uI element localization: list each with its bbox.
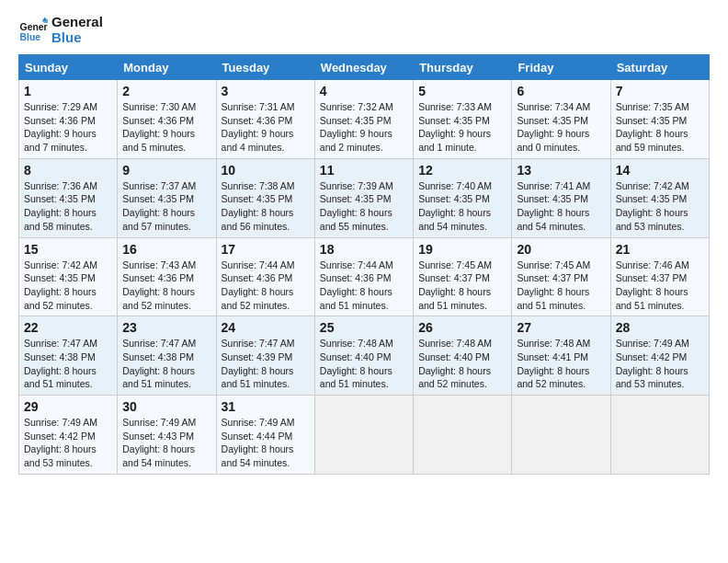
day-cell: 31 Sunrise: 7:49 AMSunset: 4:44 PMDaylig… <box>216 396 314 475</box>
day-info: Sunrise: 7:31 AMSunset: 4:36 PMDaylight:… <box>222 100 310 155</box>
day-cell: 3 Sunrise: 7:31 AMSunset: 4:36 PMDayligh… <box>216 80 314 159</box>
day-number: 5 <box>418 84 506 98</box>
day-number: 8 <box>24 163 112 178</box>
day-cell: 7 Sunrise: 7:35 AMSunset: 4:35 PMDayligh… <box>610 80 709 159</box>
day-number: 25 <box>320 320 408 335</box>
day-cell <box>414 396 512 475</box>
logo: General Blue General Blue <box>18 15 103 45</box>
day-cell <box>610 396 709 475</box>
svg-text:General: General <box>20 22 48 32</box>
day-info: Sunrise: 7:42 AMSunset: 4:35 PMDaylight:… <box>616 179 704 234</box>
day-info: Sunrise: 7:30 AMSunset: 4:36 PMDaylight:… <box>122 100 210 155</box>
day-number: 1 <box>24 84 112 98</box>
day-number: 21 <box>616 242 704 257</box>
day-number: 23 <box>122 320 210 335</box>
day-info: Sunrise: 7:44 AMSunset: 4:36 PMDaylight:… <box>222 259 310 313</box>
day-cell: 12 Sunrise: 7:40 AMSunset: 4:35 PMDaylig… <box>414 158 512 237</box>
day-number: 30 <box>122 399 210 414</box>
week-row-5: 29 Sunrise: 7:49 AMSunset: 4:42 PMDaylig… <box>19 396 710 475</box>
day-cell: 25 Sunrise: 7:48 AMSunset: 4:40 PMDaylig… <box>314 316 413 396</box>
day-number: 28 <box>616 320 704 335</box>
day-info: Sunrise: 7:38 AMSunset: 4:35 PMDaylight:… <box>222 179 310 234</box>
day-cell: 26 Sunrise: 7:48 AMSunset: 4:40 PMDaylig… <box>414 316 512 396</box>
day-number: 9 <box>122 163 210 178</box>
day-info: Sunrise: 7:41 AMSunset: 4:35 PMDaylight:… <box>517 179 605 234</box>
day-cell: 17 Sunrise: 7:44 AMSunset: 4:36 PMDaylig… <box>216 237 314 316</box>
day-cell: 13 Sunrise: 7:41 AMSunset: 4:35 PMDaylig… <box>512 158 610 237</box>
day-info: Sunrise: 7:48 AMSunset: 4:40 PMDaylight:… <box>320 337 408 391</box>
week-row-3: 15 Sunrise: 7:42 AMSunset: 4:35 PMDaylig… <box>19 237 710 316</box>
day-number: 3 <box>222 84 310 98</box>
day-number: 24 <box>222 320 310 335</box>
col-header-wednesday: Wednesday <box>314 55 413 80</box>
day-info: Sunrise: 7:47 AMSunset: 4:38 PMDaylight:… <box>122 337 210 391</box>
day-number: 10 <box>222 163 310 178</box>
day-number: 13 <box>517 163 605 178</box>
col-header-friday: Friday <box>512 55 610 80</box>
day-cell: 10 Sunrise: 7:38 AMSunset: 4:35 PMDaylig… <box>216 158 314 237</box>
day-info: Sunrise: 7:45 AMSunset: 4:37 PMDaylight:… <box>517 259 605 313</box>
day-cell <box>314 396 413 475</box>
day-info: Sunrise: 7:47 AMSunset: 4:39 PMDaylight:… <box>222 337 310 391</box>
day-cell: 29 Sunrise: 7:49 AMSunset: 4:42 PMDaylig… <box>19 396 118 475</box>
day-info: Sunrise: 7:49 AMSunset: 4:42 PMDaylight:… <box>616 337 704 391</box>
page-header: General Blue General Blue <box>18 15 710 45</box>
col-header-thursday: Thursday <box>414 55 512 80</box>
week-row-4: 22 Sunrise: 7:47 AMSunset: 4:38 PMDaylig… <box>19 316 710 396</box>
svg-text:Blue: Blue <box>20 32 41 42</box>
day-cell: 15 Sunrise: 7:42 AMSunset: 4:35 PMDaylig… <box>19 237 118 316</box>
day-cell: 2 Sunrise: 7:30 AMSunset: 4:36 PMDayligh… <box>118 80 216 159</box>
day-cell: 9 Sunrise: 7:37 AMSunset: 4:35 PMDayligh… <box>118 158 216 237</box>
day-info: Sunrise: 7:35 AMSunset: 4:35 PMDaylight:… <box>616 100 704 155</box>
day-number: 16 <box>122 242 210 257</box>
day-number: 4 <box>320 84 408 98</box>
calendar-table: SundayMondayTuesdayWednesdayThursdayFrid… <box>18 54 710 475</box>
day-cell: 4 Sunrise: 7:32 AMSunset: 4:35 PMDayligh… <box>314 80 413 159</box>
day-cell: 24 Sunrise: 7:47 AMSunset: 4:39 PMDaylig… <box>216 316 314 396</box>
day-info: Sunrise: 7:37 AMSunset: 4:35 PMDaylight:… <box>122 179 210 234</box>
day-info: Sunrise: 7:44 AMSunset: 4:36 PMDaylight:… <box>320 259 408 313</box>
day-info: Sunrise: 7:43 AMSunset: 4:36 PMDaylight:… <box>122 259 210 313</box>
logo-icon: General Blue <box>18 16 48 45</box>
week-row-1: 1 Sunrise: 7:29 AMSunset: 4:36 PMDayligh… <box>19 80 710 159</box>
day-info: Sunrise: 7:39 AMSunset: 4:35 PMDaylight:… <box>320 179 408 234</box>
day-cell: 20 Sunrise: 7:45 AMSunset: 4:37 PMDaylig… <box>512 237 610 316</box>
day-cell: 1 Sunrise: 7:29 AMSunset: 4:36 PMDayligh… <box>19 80 118 159</box>
logo-line2: Blue <box>51 30 103 46</box>
day-cell: 21 Sunrise: 7:46 AMSunset: 4:37 PMDaylig… <box>610 237 709 316</box>
day-cell: 30 Sunrise: 7:49 AMSunset: 4:43 PMDaylig… <box>118 396 216 475</box>
day-number: 6 <box>517 84 605 98</box>
day-number: 18 <box>320 242 408 257</box>
day-cell: 8 Sunrise: 7:36 AMSunset: 4:35 PMDayligh… <box>19 158 118 237</box>
col-header-monday: Monday <box>118 55 216 80</box>
day-cell: 14 Sunrise: 7:42 AMSunset: 4:35 PMDaylig… <box>610 158 709 237</box>
day-cell: 22 Sunrise: 7:47 AMSunset: 4:38 PMDaylig… <box>19 316 118 396</box>
day-info: Sunrise: 7:42 AMSunset: 4:35 PMDaylight:… <box>24 259 112 313</box>
day-number: 17 <box>222 242 310 257</box>
header-row: SundayMondayTuesdayWednesdayThursdayFrid… <box>19 55 710 80</box>
day-info: Sunrise: 7:34 AMSunset: 4:35 PMDaylight:… <box>517 100 605 155</box>
day-cell <box>512 396 610 475</box>
day-number: 31 <box>222 399 310 414</box>
day-number: 27 <box>517 320 605 335</box>
day-info: Sunrise: 7:49 AMSunset: 4:42 PMDaylight:… <box>24 416 112 470</box>
day-info: Sunrise: 7:46 AMSunset: 4:37 PMDaylight:… <box>616 259 704 313</box>
day-cell: 23 Sunrise: 7:47 AMSunset: 4:38 PMDaylig… <box>118 316 216 396</box>
day-cell: 19 Sunrise: 7:45 AMSunset: 4:37 PMDaylig… <box>414 237 512 316</box>
day-info: Sunrise: 7:36 AMSunset: 4:35 PMDaylight:… <box>24 179 112 234</box>
day-info: Sunrise: 7:47 AMSunset: 4:38 PMDaylight:… <box>24 337 112 391</box>
day-number: 7 <box>616 84 704 98</box>
day-cell: 6 Sunrise: 7:34 AMSunset: 4:35 PMDayligh… <box>512 80 610 159</box>
day-cell: 5 Sunrise: 7:33 AMSunset: 4:35 PMDayligh… <box>414 80 512 159</box>
day-info: Sunrise: 7:32 AMSunset: 4:35 PMDaylight:… <box>320 100 408 155</box>
day-info: Sunrise: 7:40 AMSunset: 4:35 PMDaylight:… <box>418 179 506 234</box>
day-number: 14 <box>616 163 704 178</box>
day-cell: 16 Sunrise: 7:43 AMSunset: 4:36 PMDaylig… <box>118 237 216 316</box>
day-info: Sunrise: 7:49 AMSunset: 4:43 PMDaylight:… <box>122 416 210 470</box>
day-cell: 18 Sunrise: 7:44 AMSunset: 4:36 PMDaylig… <box>314 237 413 316</box>
week-row-2: 8 Sunrise: 7:36 AMSunset: 4:35 PMDayligh… <box>19 158 710 237</box>
day-info: Sunrise: 7:33 AMSunset: 4:35 PMDaylight:… <box>418 100 506 155</box>
col-header-tuesday: Tuesday <box>216 55 314 80</box>
col-header-sunday: Sunday <box>19 55 118 80</box>
day-cell: 28 Sunrise: 7:49 AMSunset: 4:42 PMDaylig… <box>610 316 709 396</box>
